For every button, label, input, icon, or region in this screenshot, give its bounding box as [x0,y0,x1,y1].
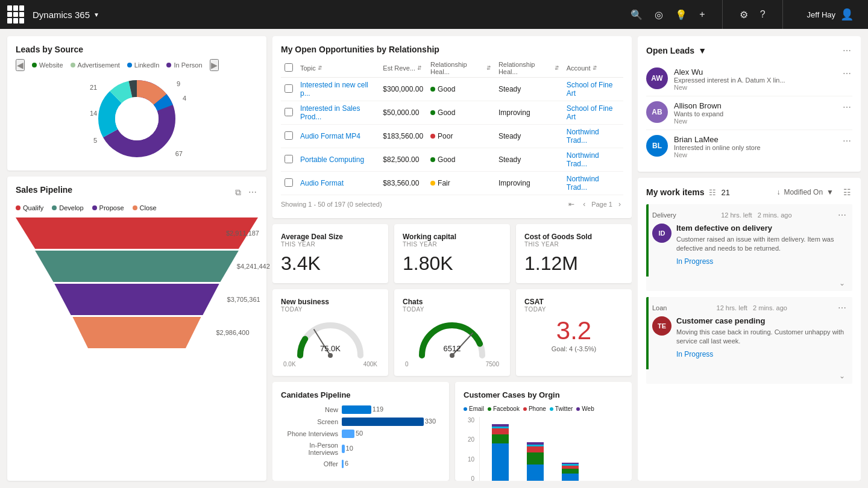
work-item-2-menu[interactable]: ⋯ [837,302,848,314]
bar-fill-in-person [342,445,345,453]
account-link[interactable]: Northwind Trad... [567,151,599,168]
app-title[interactable]: Dynamics 365 ▼ [33,10,99,20]
app-launcher-icon[interactable] [7,5,25,23]
row-checkbox[interactable] [285,178,293,187]
open-leads-chevron[interactable]: ▼ [698,46,706,55]
bar-count-offer: 6 [345,460,348,467]
legend-next-button[interactable]: ▶ [210,59,219,71]
topic-link[interactable]: Interested in new cell p... [300,81,368,98]
chats-chart: 6512 0 7500 [403,316,502,368]
topic-sort-icon[interactable]: ⇵ [318,65,322,71]
topic-link[interactable]: Portable Computing [300,155,364,164]
lead-menu-aw[interactable]: ⋯ [841,67,852,80]
account-link[interactable]: School of Fine Art [567,81,613,98]
work-filter-icon[interactable]: ☷ [842,186,852,198]
account-sort-icon[interactable]: ⇵ [593,65,597,71]
cases-bar-2 [527,417,544,481]
kpi-cogs-value: 1.12M [524,252,623,275]
work-item-1-text: Item defective on delivery Customer rais… [676,224,848,266]
next-page-button[interactable]: › [616,199,623,210]
legend-linkedin: LinkedIn [127,61,160,69]
funnel-row-close: $2,986,400 [72,317,201,348]
help-icon[interactable]: ? [760,9,766,20]
donut-label-67: 67 [175,150,183,157]
rel-health2-sort-icon[interactable]: ⇵ [555,65,559,71]
lead-menu-bl[interactable]: ⋯ [841,135,852,147]
account-link[interactable]: Northwind Trad... [567,175,599,192]
lightbulb-icon[interactable]: 💡 [675,9,687,20]
row-checkbox[interactable] [285,84,293,93]
rel-health1-sort-icon[interactable]: ⇵ [486,65,491,71]
nav-icons: 🔍 ◎ 💡 + ⚙ ? Jeff Hay 👤 [631,0,861,29]
work-item-2-body: TE Customer case pending Moving this cas… [652,316,848,358]
new-business-sub: TODAY [281,306,380,313]
open-leads-title: Open Leads ▼ [646,46,706,55]
chats-ticks: 0 7500 [403,361,502,368]
kpi-working-capital-sub: THIS YEAR [403,241,502,248]
work-item-2-time: 12 hrs. left 2 mins. ago [717,304,787,311]
prev-page-button[interactable]: ‹ [580,199,588,210]
topic-link[interactable]: Audio Format MP4 [300,132,360,140]
opportunities-table: Topic ⇵ Est Reve... ⇵ Relationship Heal.… [281,59,623,195]
center-column: My Open Opportunities by Relationship To… [272,36,632,481]
new-business-svg: 75.0K [294,316,366,360]
pipeline-menu-button[interactable]: ⋯ [247,186,258,199]
donut-label-21: 21 [90,84,97,91]
account-link[interactable]: School of Fine Art [567,104,613,121]
funnel-chart: $2,911,187 $4,241,442 $3,705,361 $2,986,… [16,217,258,348]
work-item-1-type: Delivery [652,211,676,219]
phone-legend: Phone [523,405,546,412]
legend-prev-button[interactable]: ◀ [16,59,25,71]
pipeline-expand-button[interactable]: ⧉ [234,186,242,199]
web-legend: Web [576,405,594,412]
svg-point-6 [115,97,159,140]
linkedin-dot [127,63,132,67]
new-business-label: New business [281,298,380,306]
funnel-row-propose: $3,705,361 [54,284,219,315]
cases-bars-area [479,417,623,481]
topic-link[interactable]: Interested in Sales Prod... [300,104,360,121]
select-all-checkbox[interactable] [285,63,293,72]
work-item-1-menu[interactable]: ⋯ [837,209,848,221]
work-item-1-expand: ⌄ [646,277,852,291]
first-page-button[interactable]: ⇤ [566,199,577,210]
settings-icon[interactable]: ⚙ [740,9,748,20]
pipeline-actions: ⧉ ⋯ [234,186,258,199]
sort-label: Modified On [784,188,823,196]
lead-item-brian-lamee: BL Brian LaMee Interested in online only… [646,130,852,163]
account-link[interactable]: Northwind Trad... [567,128,599,145]
lead-info-bl: Brian LaMee Interested in online only st… [674,135,835,158]
gauge-row: New business TODAY 75.0K 0.0K 400K [272,289,632,376]
topic-link[interactable]: Audio Format [300,179,344,187]
csat-label: CSAT [524,298,623,306]
showing-text: Showing 1 - 50 of 197 (0 selected) [281,201,382,208]
row-checkbox[interactable] [285,108,293,116]
svg-point-8 [328,353,333,358]
work-item-delivery: Delivery 12 hrs. left 2 mins. ago ⋯ ID I… [646,204,852,291]
search-icon[interactable]: 🔍 [631,9,643,20]
open-leads-menu[interactable]: ⋯ [841,45,852,57]
user-menu[interactable]: Jeff Hay 👤 [800,8,861,21]
opportunities-footer: Showing 1 - 50 of 197 (0 selected) ⇤ ‹ P… [281,199,623,210]
target-icon[interactable]: ◎ [655,9,663,20]
bar-count-screen: 330 [425,418,436,425]
chats-label: Chats [403,298,502,306]
cases-title: Customer Cases by Orgin [464,390,623,399]
work-item-2-expand-button[interactable]: ⌄ [837,371,848,381]
bar-track-in-person: 10 [342,445,441,453]
lead-menu-ab[interactable]: ⋯ [841,101,852,113]
row-checkbox[interactable] [285,131,293,140]
work-item-status-bar-2 [646,297,649,369]
open-leads-header: Open Leads ▼ ⋯ [646,45,852,57]
bar-row-in-person-interviews: In-Person Interviews 10 [281,442,441,456]
row-checkbox[interactable] [285,155,293,163]
new-business-gauge: New business TODAY 75.0K 0.0K 400K [272,289,388,376]
kpi-avg-deal-sub: THIS YEAR [281,241,380,248]
work-item-1-avatar: ID [652,224,671,243]
work-item-2-header: Loan 12 hrs. left 2 mins. ago ⋯ [652,302,848,314]
work-item-1-expand-button[interactable]: ⌄ [837,278,848,289]
add-icon[interactable]: + [699,9,705,20]
donut-label-14: 14 [90,110,97,117]
revenue-sort-icon[interactable]: ⇵ [417,65,422,71]
sort-chevron-icon[interactable]: ▼ [826,188,834,196]
